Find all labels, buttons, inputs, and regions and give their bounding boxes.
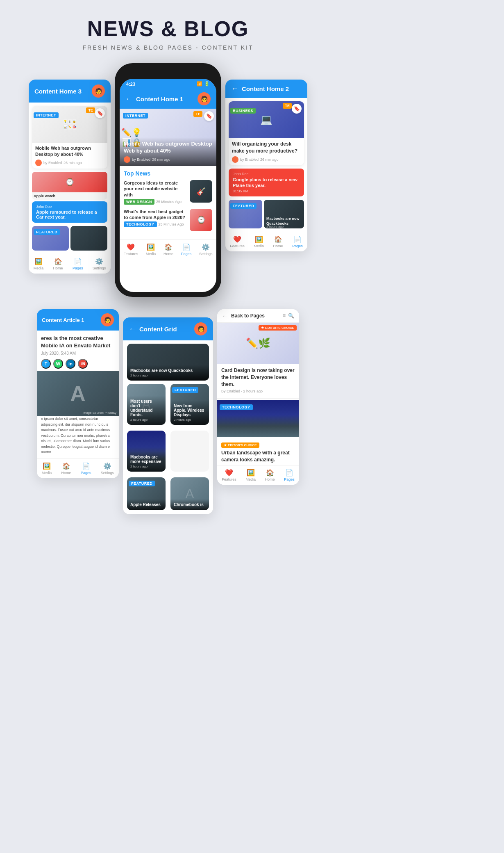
ca1-article-body: eres is the most creative Mobile IA on E… bbox=[37, 331, 119, 371]
ch1-news-2[interactable]: What's the next best gadget to come from… bbox=[124, 209, 212, 231]
btp-menu-icon[interactable]: ≡ bbox=[283, 313, 286, 319]
ch3-second-row: ⌚ Apple watch bbox=[32, 172, 107, 200]
ch2-nav-home[interactable]: 🏠 Home bbox=[273, 235, 283, 248]
ch1-news-1[interactable]: Gorgeous ideas to create your next mobil… bbox=[124, 180, 212, 205]
btp-article-1-body: Card Design is now taking over the inter… bbox=[217, 364, 299, 397]
btp-nav-pages[interactable]: 📄 Pages bbox=[284, 469, 295, 481]
ch2-main-article[interactable]: 💻 BUSINESS 🔖 TE Will organizing your des… bbox=[229, 101, 304, 165]
ch1-news-2-title: What's the next best gadget to come from… bbox=[124, 209, 186, 221]
ch1-top-news-title: Top News bbox=[124, 170, 212, 177]
ch1-nav-pages[interactable]: 📄 Pages bbox=[181, 243, 192, 256]
ch1-hero-title: Mobile Web has outgrown Desktop Web by a… bbox=[124, 141, 212, 155]
ch3-dark-card[interactable] bbox=[70, 226, 107, 251]
cg-card-apple[interactable]: FEATURED Apple Releases bbox=[127, 477, 166, 510]
ca1-nav-pages[interactable]: 📄 Pages bbox=[81, 462, 91, 475]
ch1-nav-home[interactable]: 🏠 Home bbox=[163, 243, 173, 256]
ca1-share-linkedin[interactable]: in bbox=[66, 359, 75, 369]
ch1-nav-media[interactable]: 🖼️ Media bbox=[146, 243, 156, 256]
ch1-nav-settings[interactable]: ⚙️ Settings bbox=[199, 243, 213, 256]
cg-card-chromebook[interactable]: A Chromebook is bbox=[170, 477, 209, 510]
cg-row3: Macbooks are more expensive 2 hours ago bbox=[123, 429, 213, 476]
ch1-header: ← Content Home 1 🧑 bbox=[120, 89, 216, 109]
btp-search-icon[interactable]: 🔍 bbox=[288, 313, 294, 319]
ca1-nav-media[interactable]: 🖼️ Media bbox=[42, 462, 52, 475]
ch1-hero-tag: INTERNET bbox=[123, 111, 148, 119]
cg-card-wireless-label: New from Apple. Wireless Displays 2 hour… bbox=[170, 400, 209, 425]
ch2-back[interactable]: ← bbox=[231, 84, 238, 93]
ch1-hero-bookmark[interactable]: 🔖 bbox=[204, 111, 214, 121]
ca1-share-email[interactable]: ✉ bbox=[78, 359, 88, 369]
ch2-title: Content Home 2 bbox=[242, 85, 289, 92]
ca1-nav-settings[interactable]: ⚙️ Settings bbox=[101, 462, 114, 475]
content-article-1-card: Content Article 1 🧑 eres is the most cre… bbox=[37, 309, 119, 478]
cg-card-chromebook-label: Chromebook is bbox=[170, 499, 209, 510]
ch2-bookmark[interactable]: 🔖 bbox=[292, 104, 302, 114]
cg-back[interactable]: ← bbox=[129, 325, 136, 333]
ch1-hero-avatar bbox=[124, 156, 130, 163]
ch3-tag-te: TE bbox=[86, 107, 95, 113]
cg-card-wireless[interactable]: FEATURED New from Apple. Wireless Displa… bbox=[170, 384, 209, 425]
ch1-tag-te: TE bbox=[193, 111, 202, 117]
btp-nav-home[interactable]: 🏠 Home bbox=[265, 469, 275, 481]
ch1-news-2-thumb: ⌚ bbox=[190, 209, 212, 231]
cg-header: ← Content Grid 🧑 bbox=[123, 317, 213, 340]
ch3-featured-tag: FEATURED bbox=[34, 228, 60, 235]
ca1-nav-home[interactable]: 🏠 Home bbox=[61, 462, 71, 475]
btp-tech-tag: TECHNOLOGY bbox=[220, 403, 253, 410]
ch2-main-title: Will organizing your desk make you more … bbox=[232, 141, 301, 155]
btp-header-icons: ≡ 🔍 bbox=[283, 313, 294, 319]
ch2-nav-media[interactable]: 🖼️ Media bbox=[254, 235, 264, 248]
page-subtitle: FRESH NEWS & BLOG PAGES - CONTENT KIT bbox=[8, 44, 328, 51]
ch2-nav-pages[interactable]: 📄 Pages bbox=[292, 235, 303, 248]
ch2-dark-card[interactable]: Macbooks are now Quackbooks 2 hours ago bbox=[264, 200, 304, 228]
ch3-nav-pages[interactable]: 📄 Pages bbox=[73, 258, 83, 270]
ca1-share-twitter[interactable]: T bbox=[41, 359, 51, 369]
ch3-watch-card[interactable]: ⌚ Apple watch bbox=[32, 172, 107, 200]
center-phone: 4:23 📶 🔋 ← Content Home 1 🧑 bbox=[115, 63, 221, 297]
ch2-alert-title: Google plans to release a new Plane this… bbox=[233, 177, 300, 189]
cg-card-macbooks[interactable]: Macbooks are now Quackbooks 2 hours ago bbox=[127, 344, 209, 381]
btp-back[interactable]: ← bbox=[222, 312, 228, 319]
ch2-featured-card[interactable]: FEATURED bbox=[229, 200, 262, 228]
phone-screen: 4:23 📶 🔋 ← Content Home 1 🧑 bbox=[120, 79, 216, 292]
ch3-bookmark[interactable]: 🔖 bbox=[95, 108, 105, 118]
ch3-alert-card[interactable]: John Doe Apple rumoured to release a Car… bbox=[32, 201, 107, 223]
btp-divider bbox=[217, 398, 299, 399]
ca1-share-whatsapp[interactable]: W bbox=[53, 359, 63, 369]
cg-card-expensive-label: Macbooks are more expensive 2 hours ago bbox=[127, 452, 166, 472]
btp-article-1[interactable]: ✏️🌿 ★ EDITOR'S CHOICE bbox=[217, 323, 299, 364]
ca1-nav: 🖼️ Media 🏠 Home 📄 Pages ⚙️ Settings bbox=[37, 458, 119, 478]
status-time: 4:23 bbox=[126, 82, 135, 87]
cg-avatar: 🧑 bbox=[194, 322, 207, 335]
ch2-alert-card[interactable]: John Doe Google plans to release a new P… bbox=[229, 169, 304, 197]
cg-card-apple-label: Apple Releases bbox=[127, 499, 166, 510]
ch1-news-1-text: Gorgeous ideas to create your next mobil… bbox=[124, 180, 186, 205]
bottom-section: Content Article 1 🧑 eres is the most cre… bbox=[0, 305, 336, 527]
ch1-news-1-title: Gorgeous ideas to create your next mobil… bbox=[124, 180, 186, 198]
ch1-nav-features[interactable]: ❤️ Features bbox=[123, 243, 138, 256]
cg-card-empty[interactable] bbox=[170, 431, 209, 472]
ch1-back[interactable]: ← bbox=[125, 95, 133, 103]
ch3-alert-title: Apple rumoured to release a Car next yea… bbox=[36, 210, 103, 219]
ch3-nav-settings[interactable]: ⚙️ Settings bbox=[93, 258, 106, 270]
ch3-nav: 🖼️ Media 🏠 Home 📄 Pages ⚙️ Settings bbox=[29, 254, 111, 274]
ch1-nav: ❤️ Features 🖼️ Media 🏠 Home 📄 Pages bbox=[120, 239, 216, 259]
ch2-nav-features[interactable]: ❤️ Features bbox=[230, 235, 245, 248]
ch3-nav-media[interactable]: 🖼️ Media bbox=[34, 258, 44, 270]
cg-card-fonts[interactable]: A Most users don't understand Fonts. 2 h… bbox=[127, 384, 166, 425]
ch3-featured-card[interactable]: FEATURED bbox=[32, 226, 69, 251]
btp-article-2[interactable]: TECHNOLOGY bbox=[217, 400, 299, 437]
ch1-avatar: 🧑 bbox=[198, 92, 211, 105]
ch3-header: Content Home 3 🧑 bbox=[29, 80, 111, 103]
ch3-article-1-img: 💡 $ 🔒 📊 ✏️ 🎯 INTERNET 🔖 TE bbox=[32, 106, 107, 143]
btp-editors-badge-2: ★EDITOR'S CHOICE bbox=[221, 442, 259, 448]
ch1-news-1-thumb: 🎸 bbox=[190, 180, 212, 203]
cg-card-expensive[interactable]: Macbooks are more expensive 2 hours ago bbox=[127, 431, 166, 472]
btp-nav-features[interactable]: ❤️ Features bbox=[222, 469, 236, 481]
ch3-nav-home[interactable]: 🏠 Home bbox=[53, 258, 63, 270]
ch1-news-2-text: What's the next best gadget to come from… bbox=[124, 209, 186, 228]
ch1-hero[interactable]: ✏️💡📊🔒 INTERNET 🔖 TE Mobile Web has outgr… bbox=[120, 109, 216, 166]
ch3-article-1[interactable]: 💡 $ 🔒 📊 ✏️ 🎯 INTERNET 🔖 TE Mobile Web ha… bbox=[32, 106, 107, 169]
btp-nav-media[interactable]: 🖼️ Media bbox=[245, 469, 256, 481]
btp-article-2-body: ★EDITOR'S CHOICE Urban landscape with a … bbox=[217, 437, 299, 465]
